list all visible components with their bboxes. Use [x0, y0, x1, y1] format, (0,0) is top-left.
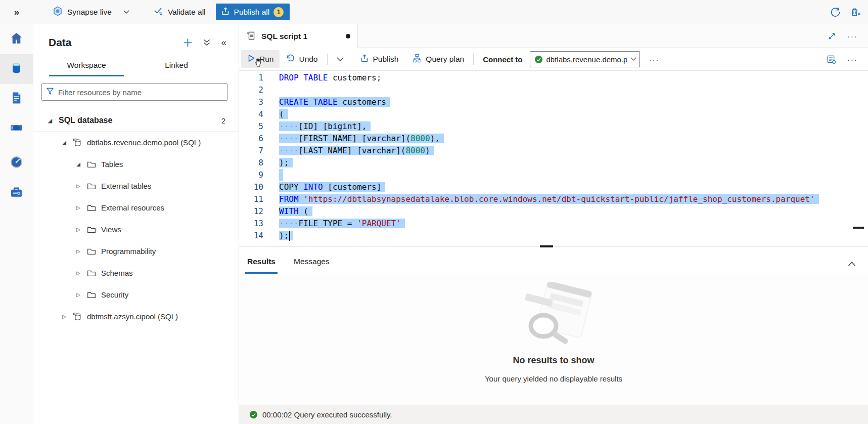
- tree-item[interactable]: ▷Programmability: [33, 240, 239, 262]
- collapse-caret-icon[interactable]: ◢: [47, 118, 54, 123]
- collapse-all-icon[interactable]: [203, 38, 211, 47]
- document-tab-title: SQL script 1: [261, 32, 307, 41]
- sql-editor[interactable]: 1234567891011121314 DROP TABLE customers…: [239, 71, 868, 247]
- expand-caret-icon[interactable]: ▷: [75, 292, 82, 298]
- code-line[interactable]: ····FILE_TYPE = 'PARQUET': [279, 218, 868, 230]
- query-plan-button[interactable]: Query plan: [406, 50, 470, 68]
- run-button[interactable]: Run: [241, 50, 280, 68]
- tree-item[interactable]: ▷dbtmsft.azsyn.cipool (SQL): [33, 306, 239, 327]
- rail-divider: [6, 146, 27, 146]
- line-number: 10: [239, 181, 263, 193]
- tab-messages[interactable]: Messages: [292, 257, 332, 274]
- query-plan-label: Query plan: [426, 55, 464, 64]
- connection-name: dbtlabs.revenue.demo.pool: [546, 55, 627, 64]
- code-line[interactable]: FROM 'https://dbtlabsynapsedatalake.blob…: [279, 193, 868, 205]
- expand-rail-icon[interactable]: »: [0, 7, 33, 18]
- code-line[interactable]: [279, 84, 868, 96]
- tree-item-label: External tables: [101, 182, 151, 190]
- code-line[interactable]: );: [279, 157, 868, 169]
- collapse-results-chevron[interactable]: [848, 261, 856, 267]
- run-options-chevron[interactable]: [331, 50, 350, 68]
- connect-to-label: Connect to: [483, 55, 522, 64]
- tree-item[interactable]: ◢dbtlabs.revenue.demo.pool (SQL): [33, 132, 239, 153]
- publish-count-badge: 1: [273, 7, 284, 17]
- expand-caret-icon[interactable]: ▷: [75, 183, 82, 189]
- nav-item-develop[interactable]: [0, 84, 33, 114]
- tree-item[interactable]: ▷Views: [33, 219, 239, 240]
- tree-item-label: Tables: [101, 160, 123, 168]
- nav-item-home[interactable]: [0, 24, 33, 54]
- environment-picker[interactable]: Synapse live: [48, 0, 134, 24]
- tab-linked[interactable]: Linked: [139, 57, 214, 76]
- line-number: 2: [239, 84, 263, 96]
- code-line[interactable]: ····[LAST_NAME] [varchar](8000): [279, 145, 868, 157]
- line-number: 5: [239, 120, 263, 133]
- tree-item[interactable]: ◢SQL database2: [33, 110, 239, 132]
- toolbar-overflow-button[interactable]: ···: [847, 55, 858, 64]
- code-line[interactable]: );: [279, 230, 868, 242]
- code-line[interactable]: COPY INTO [customers]: [279, 181, 868, 193]
- folder-icon: [87, 290, 96, 300]
- play-icon: [247, 54, 255, 64]
- expand-caret-icon[interactable]: ▷: [61, 314, 68, 319]
- code-line[interactable]: WITH (: [279, 205, 868, 218]
- refresh-button[interactable]: [830, 7, 841, 17]
- results-tab-bar: Results Messages: [239, 247, 868, 274]
- add-resource-button[interactable]: [183, 38, 193, 48]
- collapse-caret-icon[interactable]: ◢: [75, 161, 82, 167]
- nav-rail: [0, 24, 33, 424]
- code-line[interactable]: DROP TABLE customers;: [279, 72, 868, 84]
- document-icon: [10, 91, 23, 107]
- toolbar-separator: [327, 54, 328, 65]
- tree-item[interactable]: ▷Schemas: [33, 262, 239, 284]
- nav-item-manage[interactable]: [0, 178, 33, 208]
- code-line[interactable]: ····[FIRST_NAME] [varchar](8000),: [279, 133, 868, 145]
- code-line[interactable]: CREATE TABLE customers: [279, 96, 868, 108]
- tab-sql-script-1[interactable]: SQL script 1: [239, 24, 358, 48]
- nav-item-data[interactable]: [0, 54, 33, 84]
- publish-button[interactable]: Publish: [354, 50, 405, 68]
- publish-all-button[interactable]: Publish all 1: [216, 4, 290, 20]
- run-label: Run: [259, 55, 273, 64]
- nav-item-monitor[interactable]: [0, 148, 33, 178]
- tab-workspace[interactable]: Workspace: [49, 57, 124, 76]
- code-line[interactable]: (: [279, 108, 868, 120]
- tree-item[interactable]: ▷Security: [33, 284, 239, 306]
- discard-all-button[interactable]: [850, 7, 861, 18]
- collapse-caret-icon[interactable]: ◢: [61, 140, 68, 145]
- tab-strip-more-button[interactable]: ···: [847, 32, 858, 40]
- tree-item-label: dbtmsft.azsyn.cipool (SQL): [87, 312, 178, 321]
- expand-caret-icon[interactable]: ▷: [75, 248, 82, 254]
- undo-button[interactable]: Undo: [280, 50, 324, 68]
- collapse-panel-icon[interactable]: «: [221, 37, 226, 48]
- expand-caret-icon[interactable]: ▷: [75, 205, 82, 210]
- editor-scrollbar-dash[interactable]: [853, 227, 864, 229]
- expand-editor-icon[interactable]: [828, 32, 836, 40]
- expand-caret-icon[interactable]: ▷: [75, 270, 82, 276]
- connection-dropdown[interactable]: dbtlabs.revenue.demo.pool: [530, 51, 640, 67]
- expand-caret-icon[interactable]: ▷: [75, 227, 82, 232]
- line-number: 11: [239, 193, 263, 205]
- undo-label: Undo: [299, 55, 317, 64]
- nav-item-integrate[interactable]: [0, 114, 33, 144]
- code-line[interactable]: [279, 169, 868, 181]
- code-line[interactable]: ····[ID] [bigint],: [279, 120, 868, 133]
- tree-item[interactable]: ▷External tables: [33, 175, 239, 197]
- tab-results[interactable]: Results: [245, 257, 278, 274]
- connection-status-icon: [534, 55, 543, 64]
- filter-input[interactable]: [58, 88, 223, 97]
- validate-icon: [154, 6, 163, 18]
- toolbar-more-button[interactable]: ···: [649, 55, 660, 64]
- results-settings-icon[interactable]: [827, 55, 836, 64]
- tree-item-label: External resources: [101, 203, 164, 212]
- editor-code[interactable]: DROP TABLE customers;CREATE TABLE custom…: [279, 71, 868, 246]
- tree-item-label: Schemas: [101, 269, 133, 277]
- empty-results-subtitle: Your query yielded no displayable result…: [485, 374, 622, 383]
- validate-all-button[interactable]: Validate all: [149, 0, 211, 24]
- splitter-grip[interactable]: [540, 245, 553, 247]
- gauge-icon: [10, 155, 23, 171]
- tree-item[interactable]: ▷External resources: [33, 197, 239, 219]
- data-panel: Data « Workspace Linked ◢SQL database2◢d…: [33, 24, 239, 424]
- tree-item-label: Views: [101, 225, 121, 234]
- tree-item[interactable]: ◢Tables: [33, 153, 239, 175]
